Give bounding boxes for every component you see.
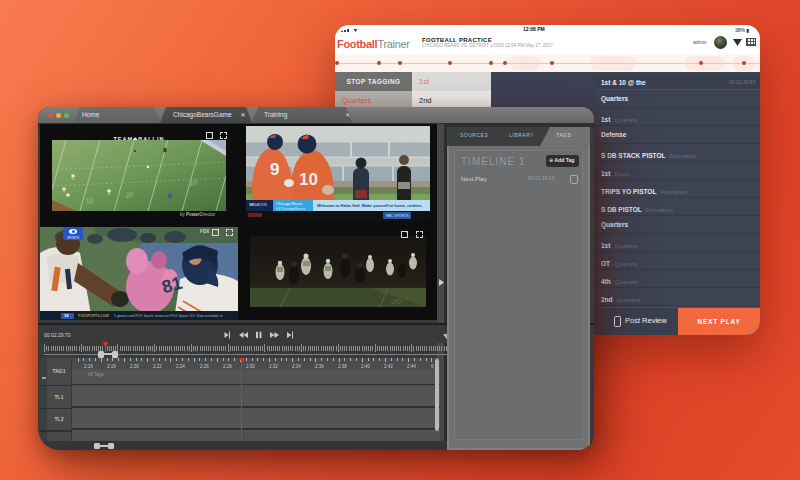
svg-text:10: 10 (299, 170, 318, 189)
svg-text:9: 9 (270, 160, 279, 179)
svg-text:20: 20 (391, 297, 401, 306)
